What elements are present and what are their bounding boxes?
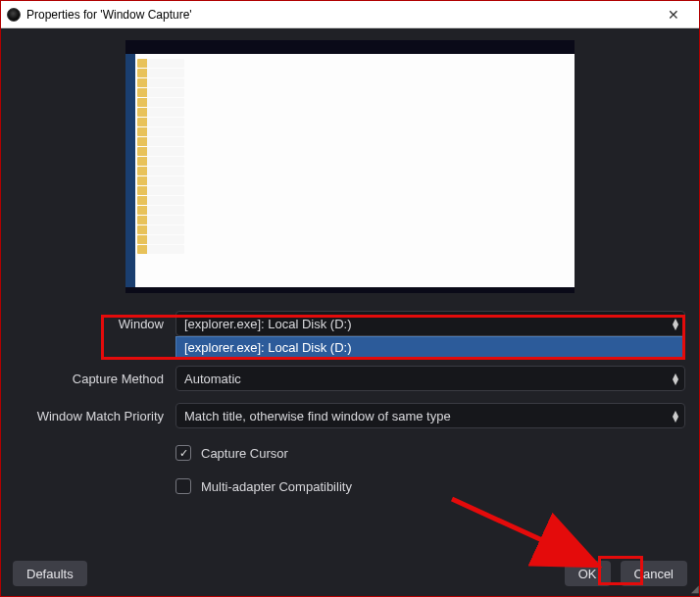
- titlebar: Properties for 'Window Capture' ✕: [1, 1, 699, 28]
- capture-preview: [125, 40, 575, 293]
- chevron-updown-icon: ▴▾: [673, 318, 678, 329]
- multi-adapter-label: Multi-adapter Compatibility: [201, 479, 352, 494]
- row-capture-cursor: ✓ Capture Cursor: [15, 436, 685, 470]
- defaults-button[interactable]: Defaults: [13, 561, 87, 586]
- checkbox-icon: ✓: [175, 445, 191, 461]
- window-select-value: [explorer.exe]: Local Disk (D:): [184, 317, 352, 331]
- row-window: Window [explorer.exe]: Local Disk (D:) ▴…: [15, 307, 685, 340]
- window-select[interactable]: [explorer.exe]: Local Disk (D:) ▴▾: [175, 311, 685, 336]
- window-option-label: [explorer.exe]: Local Disk (D:): [184, 340, 352, 355]
- close-icon[interactable]: ✕: [654, 7, 693, 23]
- capture-method-select[interactable]: Automatic ▴▾: [175, 366, 685, 391]
- capture-method-label: Capture Method: [15, 372, 175, 386]
- multi-adapter-checkbox[interactable]: Multi-adapter Compatibility: [175, 473, 685, 500]
- preview-area: [1, 28, 699, 303]
- row-multi-adapter: Multi-adapter Compatibility: [15, 470, 685, 503]
- cancel-button[interactable]: Cancel: [621, 561, 687, 586]
- svg-line-1: [452, 499, 589, 562]
- match-priority-label: Window Match Priority: [15, 409, 175, 423]
- match-priority-select[interactable]: Match title, otherwise find window of sa…: [175, 403, 685, 428]
- window-title: Properties for 'Window Capture': [26, 8, 654, 22]
- row-match-priority: Window Match Priority Match title, other…: [15, 399, 685, 432]
- chevron-updown-icon: ▴▾: [673, 410, 678, 422]
- capture-cursor-label: Capture Cursor: [201, 446, 288, 461]
- window-dropdown-option[interactable]: [explorer.exe]: Local Disk (D:): [175, 336, 685, 358]
- row-capture-method: Capture Method Automatic ▴▾: [15, 362, 685, 395]
- checkbox-icon: [175, 478, 191, 494]
- capture-method-value: Automatic: [184, 372, 241, 386]
- ok-button[interactable]: OK: [565, 561, 611, 586]
- obs-app-icon: [7, 8, 21, 22]
- match-priority-value: Match title, otherwise find window of sa…: [184, 409, 451, 423]
- dialog-footer: Defaults OK Cancel: [1, 555, 699, 596]
- properties-form: Window [explorer.exe]: Local Disk (D:) ▴…: [1, 303, 699, 503]
- capture-cursor-checkbox[interactable]: ✓ Capture Cursor: [175, 439, 685, 467]
- chevron-updown-icon: ▴▾: [673, 373, 678, 384]
- resize-grip-icon[interactable]: ◢: [691, 583, 697, 594]
- window-label: Window: [15, 317, 175, 331]
